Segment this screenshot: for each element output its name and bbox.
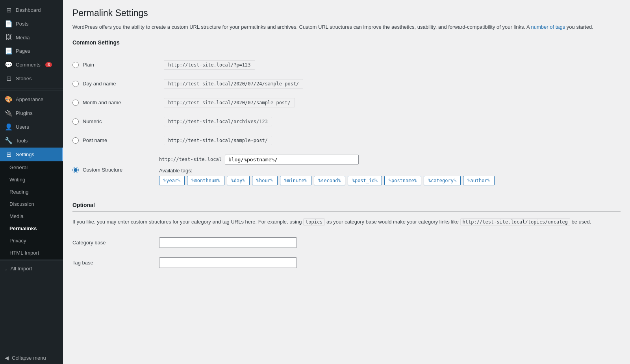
tag-base-label: Tag base bbox=[72, 260, 93, 266]
tag-monthnum[interactable]: %monthnum% bbox=[187, 176, 224, 185]
sidebar-item-appearance[interactable]: 🎨 Appearance bbox=[0, 92, 63, 106]
option-month-and-name: Month and name http://test-site.local/20… bbox=[72, 93, 621, 112]
sidebar-item-tools[interactable]: 🔧 Tools bbox=[0, 134, 63, 148]
comments-badge: 3 bbox=[45, 62, 52, 67]
sidebar-item-posts[interactable]: 📄 Posts bbox=[0, 17, 63, 31]
label-day-and-name: Day and name bbox=[83, 81, 116, 87]
pages-icon: 📃 bbox=[5, 47, 13, 55]
custom-structure-row: http://test-site.local bbox=[159, 155, 621, 164]
tag-year[interactable]: %year% bbox=[159, 176, 185, 185]
sidebar-item-dashboard[interactable]: ⊞ Dashboard bbox=[0, 3, 63, 17]
tools-icon: 🔧 bbox=[5, 137, 13, 144]
tag-post-id[interactable]: %post_id% bbox=[348, 176, 382, 185]
sidebar-item-settings[interactable]: ⊞ Settings bbox=[0, 148, 63, 161]
label-custom-structure: Custom Structure bbox=[83, 167, 122, 173]
option-plain: Plain http://test-site.local/?p=123 bbox=[72, 55, 621, 74]
sidebar-item-general[interactable]: General bbox=[0, 161, 63, 174]
sidebar-item-pages[interactable]: 📃 Pages bbox=[0, 44, 63, 58]
media-icon: 🖼 bbox=[5, 34, 13, 41]
tag-day[interactable]: %day% bbox=[227, 176, 250, 185]
option-day-and-name: Day and name http://test-site.local/2020… bbox=[72, 74, 621, 93]
category-base-input[interactable] bbox=[159, 237, 297, 248]
url-post-name: http://test-site.local/sample-post/ bbox=[164, 136, 272, 145]
radio-custom-structure[interactable] bbox=[72, 167, 79, 173]
label-plain: Plain bbox=[83, 62, 94, 68]
sidebar-item-privacy[interactable]: Privacy bbox=[0, 235, 63, 247]
custom-url-prefix: http://test-site.local bbox=[159, 157, 222, 162]
sidebar-item-html-import[interactable]: HTML Import bbox=[0, 247, 63, 259]
sidebar-item-plugins[interactable]: 🔌 Plugins bbox=[0, 106, 63, 120]
tag-author[interactable]: %author% bbox=[463, 176, 495, 185]
posts-icon: 📄 bbox=[5, 20, 13, 28]
tag-minute[interactable]: %minute% bbox=[280, 176, 311, 185]
tags-row: %year% %monthnum% %day% %hour% %minute% … bbox=[159, 176, 621, 185]
sidebar-item-stories[interactable]: ⊡ Stories bbox=[0, 72, 63, 85]
settings-icon: ⊞ bbox=[5, 151, 13, 158]
appearance-icon: 🎨 bbox=[5, 96, 13, 103]
plugins-icon: 🔌 bbox=[5, 109, 13, 117]
sidebar-item-comments[interactable]: 💬 Comments 3 bbox=[0, 58, 63, 72]
sidebar-item-reading[interactable]: Reading bbox=[0, 186, 63, 198]
stories-icon: ⊡ bbox=[5, 75, 13, 82]
optional-table: Category base Tag base bbox=[72, 233, 621, 273]
collapse-icon: ◀ bbox=[5, 355, 9, 361]
option-post-name: Post name http://test-site.local/sample-… bbox=[72, 131, 621, 150]
dashboard-icon: ⊞ bbox=[5, 6, 13, 14]
radio-month-and-name[interactable] bbox=[72, 100, 79, 106]
all-import-icon: ↓ bbox=[5, 266, 7, 272]
custom-structure-input[interactable] bbox=[225, 155, 359, 164]
page-description: WordPress offers you the ability to crea… bbox=[72, 23, 621, 31]
option-numeric: Numeric http://test-site.local/archives/… bbox=[72, 112, 621, 131]
sidebar-item-permalinks[interactable]: Permalinks bbox=[0, 222, 63, 235]
category-base-label: Category base bbox=[72, 240, 106, 246]
settings-submenu: General Writing Reading Discussion Media… bbox=[0, 161, 63, 259]
sidebar-sep-2 bbox=[0, 261, 63, 261]
available-tags-label: Available tags: bbox=[159, 168, 621, 174]
tag-base-row: Tag base bbox=[72, 253, 621, 273]
comments-icon: 💬 bbox=[5, 61, 13, 68]
sidebar-item-media-settings[interactable]: Media bbox=[0, 210, 63, 222]
tag-postname[interactable]: %postname% bbox=[384, 176, 421, 185]
example-url: http://test-site.local/topics/uncateg bbox=[460, 218, 570, 225]
radio-numeric[interactable] bbox=[72, 118, 79, 125]
url-day-and-name: http://test-site.local/2020/07/24/sample… bbox=[164, 79, 303, 89]
tag-hour[interactable]: %hour% bbox=[252, 176, 278, 185]
tag-category[interactable]: %category% bbox=[424, 176, 461, 185]
page-title: Permalink Settings bbox=[72, 8, 621, 18]
users-icon: 👤 bbox=[5, 123, 13, 131]
label-month-and-name: Month and name bbox=[83, 100, 121, 105]
sidebar-item-users[interactable]: 👤 Users bbox=[0, 120, 63, 134]
optional-section: Optional If you like, you may enter cust… bbox=[72, 202, 621, 273]
sidebar-item-all-import[interactable]: ↓ All Import bbox=[0, 262, 63, 275]
label-numeric: Numeric bbox=[83, 118, 102, 124]
radio-plain[interactable] bbox=[72, 62, 79, 68]
label-post-name: Post name bbox=[83, 137, 107, 143]
optional-title: Optional bbox=[72, 202, 621, 212]
url-plain: http://test-site.local/?p=123 bbox=[164, 60, 255, 70]
sidebar-item-discussion[interactable]: Discussion bbox=[0, 198, 63, 210]
example-code: topics bbox=[303, 218, 325, 225]
url-month-and-name: http://test-site.local/2020/07/sample-po… bbox=[164, 98, 295, 107]
tag-base-input[interactable] bbox=[159, 257, 297, 268]
optional-description: If you like, you may enter custom struct… bbox=[72, 218, 621, 226]
url-numeric: http://test-site.local/archives/123 bbox=[164, 117, 272, 126]
tag-second[interactable]: %second% bbox=[314, 176, 345, 185]
option-custom-structure: Custom Structure http://test-site.local … bbox=[72, 150, 621, 190]
sidebar-sep-1 bbox=[0, 91, 63, 91]
category-base-row: Category base bbox=[72, 233, 621, 253]
radio-post-name[interactable] bbox=[72, 137, 79, 144]
number-of-tags-link[interactable]: number of tags bbox=[531, 24, 565, 30]
radio-day-and-name[interactable] bbox=[72, 81, 79, 87]
sidebar-item-writing[interactable]: Writing bbox=[0, 174, 63, 186]
common-settings-title: Common Settings bbox=[72, 39, 621, 49]
collapse-menu-button[interactable]: ◀ Collapse menu bbox=[0, 352, 63, 364]
permalink-options-table: Plain http://test-site.local/?p=123 Day … bbox=[72, 55, 621, 190]
sidebar-item-media[interactable]: 🖼 Media bbox=[0, 31, 63, 44]
